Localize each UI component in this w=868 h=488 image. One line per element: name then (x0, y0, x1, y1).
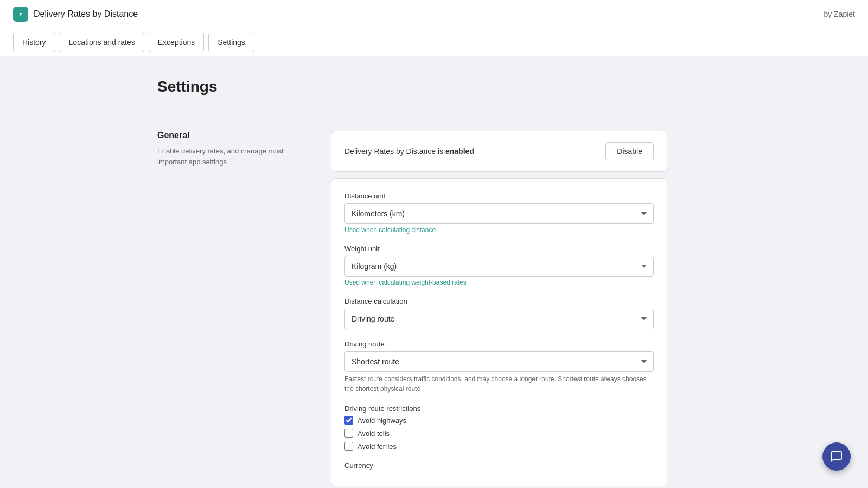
weight-unit-field: Weight unit Kilogram (kg) Pound (lb) Use… (344, 245, 654, 286)
settings-card: Distance unit Kilometers (km) Miles (mi)… (331, 178, 667, 486)
tab-exceptions[interactable]: Exceptions (149, 33, 204, 52)
distance-unit-select[interactable]: Kilometers (km) Miles (mi) (344, 203, 654, 224)
distance-calculation-field: Distance calculation Driving route Strai… (344, 297, 654, 329)
chat-button[interactable] (822, 442, 851, 471)
avoid-highways-checkbox[interactable] (344, 416, 353, 425)
divider (157, 113, 711, 113)
status-row: Delivery Rates by Distance is enabled Di… (331, 131, 667, 171)
general-section-title: General (157, 131, 309, 140)
avoid-ferries-group: Avoid ferries (344, 442, 654, 451)
driving-route-hint: Fastest route considers traffic conditio… (344, 374, 654, 394)
driving-route-label: Driving route (344, 340, 654, 348)
driving-route-restrictions-label: Driving route restrictions (344, 404, 654, 413)
currency-label: Currency (344, 461, 654, 470)
avoid-ferries-label[interactable]: Avoid ferries (358, 442, 397, 451)
tab-settings[interactable]: Settings (208, 33, 254, 52)
app-title: Delivery Rates by Distance (34, 9, 138, 19)
weight-unit-label: Weight unit (344, 245, 654, 253)
driving-route-restrictions-field: Driving route restrictions Avoid highway… (344, 404, 654, 451)
app-logo: z (13, 7, 28, 22)
disable-button[interactable]: Disable (605, 142, 654, 160)
tab-locations-and-rates[interactable]: Locations and rates (60, 33, 144, 52)
logo-text: z (19, 11, 22, 17)
weight-unit-select[interactable]: Kilogram (kg) Pound (lb) (344, 256, 654, 277)
status-text-prefix: Delivery Rates by Distance is (344, 147, 445, 156)
top-bar: z Delivery Rates by Distance by Zapiet (0, 0, 868, 28)
driving-route-field: Driving route Shortest route Fastest rou… (344, 340, 654, 394)
distance-calculation-label: Distance calculation (344, 297, 654, 305)
avoid-highways-group: Avoid highways (344, 416, 654, 425)
tab-history[interactable]: History (13, 33, 55, 52)
avoid-ferries-checkbox[interactable] (344, 442, 353, 451)
distance-unit-label: Distance unit (344, 192, 654, 200)
nav-bar: History Locations and rates Exceptions S… (0, 28, 868, 56)
general-section-label: General Enable delivery rates, and manag… (157, 131, 309, 486)
by-zapiet: by Zapiet (824, 10, 855, 18)
avoid-tolls-group: Avoid tolls (344, 429, 654, 438)
chat-icon (830, 450, 843, 463)
app-branding: z Delivery Rates by Distance (13, 7, 138, 22)
general-section-description: Enable delivery rates, and manage most i… (157, 146, 309, 167)
status-value: enabled (445, 147, 474, 156)
avoid-tolls-label[interactable]: Avoid tolls (358, 429, 390, 438)
weight-unit-hint: Used when calculating weight-based rates (344, 279, 654, 286)
distance-calculation-select[interactable]: Driving route Straight line (344, 309, 654, 329)
page-title: Settings (157, 78, 711, 95)
general-section-content: Delivery Rates by Distance is enabled Di… (331, 131, 667, 486)
distance-unit-field: Distance unit Kilometers (km) Miles (mi)… (344, 192, 654, 234)
currency-field: Currency (344, 461, 654, 470)
driving-route-select[interactable]: Shortest route Fastest route (344, 351, 654, 372)
general-section: General Enable delivery rates, and manag… (157, 131, 711, 486)
main-content: Settings General Enable delivery rates, … (0, 56, 868, 488)
distance-unit-hint: Used when calculating distance (344, 226, 654, 234)
status-text: Delivery Rates by Distance is enabled (344, 147, 474, 156)
status-card: Delivery Rates by Distance is enabled Di… (331, 131, 667, 172)
avoid-tolls-checkbox[interactable] (344, 429, 353, 438)
avoid-highways-label[interactable]: Avoid highways (358, 416, 406, 425)
